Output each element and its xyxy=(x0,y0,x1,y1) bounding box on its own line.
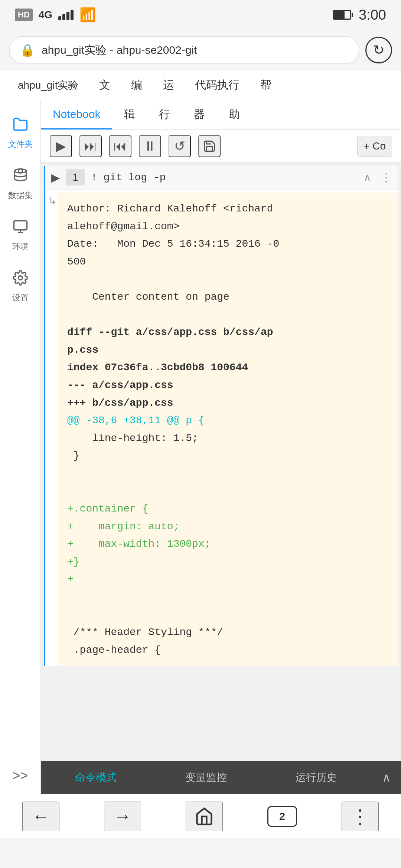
bottom-tab-variables[interactable]: 变量监控 xyxy=(151,761,261,794)
nav-back-button[interactable]: ← xyxy=(22,802,59,831)
cell-controls: ∧ ⋮ xyxy=(363,170,392,184)
output-line-2: alehoff@gmail.com> xyxy=(67,218,389,236)
output-line-13: @@ -38,6 +38,11 @@ p { xyxy=(67,412,389,430)
nav-bar: ← → 2 ⋮ xyxy=(0,794,401,838)
sidebar-label-files: 文件夹 xyxy=(8,139,33,150)
sidebar-item-env[interactable]: 环境 xyxy=(0,210,40,261)
output-line-8: diff --git a/css/app.css b/css/ap xyxy=(67,323,389,341)
env-icon xyxy=(13,219,28,238)
signal-bar-2 xyxy=(62,14,65,20)
save-button[interactable] xyxy=(198,135,221,157)
output-area: Author: Richard Kalehoff <richard alehof… xyxy=(58,193,398,666)
cell-code-preview: ! git log -p xyxy=(91,172,358,183)
tab-kernel[interactable]: 器 xyxy=(182,100,217,129)
bottom-tab-history[interactable]: 运行历史 xyxy=(261,761,371,794)
battery-fill xyxy=(334,11,345,19)
folder-icon xyxy=(13,116,28,136)
interrupt-button[interactable]: ⏸ xyxy=(139,135,161,157)
menu-item-yun[interactable]: 运 xyxy=(153,70,185,100)
cell-container[interactable]: ▶ 1 ! git log -p ∧ ⋮ ↳ Author: Richard xyxy=(41,162,401,761)
output-line-25: /*** Header Styling ***/ xyxy=(67,624,389,641)
tab-edit[interactable]: 辑 xyxy=(112,100,147,129)
menu-item-title[interactable]: ahpu_git实验 xyxy=(7,70,89,100)
output-line-24 xyxy=(67,606,389,624)
toolbar: ▶ ⏭ ⏮ ⏸ ↺ + Co xyxy=(41,130,401,162)
output-arrow-row: ↳ Author: Richard Kalehoff <richard aleh… xyxy=(45,190,398,666)
output-line-19: + margin: auto; xyxy=(67,518,389,536)
output-line-3: Date: Mon Dec 5 16:34:15 2016 -0 xyxy=(67,235,389,253)
refresh-button[interactable]: ↻ xyxy=(365,37,392,63)
add-code-label: + Co xyxy=(363,140,386,152)
output-line-6: Center content on page xyxy=(67,288,389,306)
output-line-21: +} xyxy=(67,553,389,571)
menu-item-wen[interactable]: 文 xyxy=(89,70,121,100)
nav-forward-button[interactable]: → xyxy=(104,802,141,831)
output-line-22: + xyxy=(67,571,389,588)
output-line-16 xyxy=(67,465,389,483)
cell-number-1: 1 xyxy=(66,169,85,185)
menu-item-bian[interactable]: 编 xyxy=(121,70,153,100)
bottom-tab-command[interactable]: 命令模式 xyxy=(41,761,151,794)
menu-item-help[interactable]: 帮 xyxy=(250,70,282,100)
output-line-18: +.container { xyxy=(67,500,389,518)
tab-notebook[interactable]: Notebook xyxy=(41,100,112,129)
undo-button[interactable]: ↺ xyxy=(169,135,191,157)
status-left: HD 4G 📶 xyxy=(15,7,96,23)
notebook-panel: Notebook 辑 行 器 助 ▶ ⏭ ⏮ ⏸ ↺ xyxy=(41,100,401,794)
output-line-12: +++ b/css/app.css xyxy=(67,394,389,412)
sidebar-label-env: 环境 xyxy=(12,241,29,252)
status-right: 3:00 xyxy=(333,7,386,23)
cell-collapse-icon[interactable]: ∧ xyxy=(363,171,371,184)
output-line-14: line-height: 1.5; xyxy=(67,430,389,447)
add-code-button[interactable]: + Co xyxy=(357,136,392,157)
wifi-icon: 📶 xyxy=(79,7,96,23)
nav-more-button[interactable]: ⋮ xyxy=(342,802,379,831)
output-line-17 xyxy=(67,483,389,500)
svg-point-1 xyxy=(14,169,26,173)
sidebar-more-button[interactable]: >> xyxy=(0,757,40,794)
url-text: ahpu_git实验 - ahpu-se2002-git xyxy=(42,43,348,58)
output-line-26: .page-header { xyxy=(67,641,389,659)
battery-indicator xyxy=(333,10,351,20)
signal-bars xyxy=(58,10,74,20)
sidebar-item-dataset[interactable]: 数据集 xyxy=(0,159,40,210)
output-line-23 xyxy=(67,588,389,606)
signal-bar-4 xyxy=(71,10,74,20)
more-icon: >> xyxy=(12,768,28,783)
tab-run[interactable]: 行 xyxy=(147,100,182,129)
cell-run-icon[interactable]: ▶ xyxy=(51,171,60,184)
sidebar: 文件夹 数据集 环境 xyxy=(0,100,41,794)
nav-tabs-count[interactable]: 2 xyxy=(267,806,297,827)
cell-more-icon[interactable]: ⋮ xyxy=(380,170,392,184)
output-line-20: + max-width: 1300px; xyxy=(67,535,389,553)
output-line-1: Author: Richard Kalehoff <richard xyxy=(67,200,389,218)
nav-home-button[interactable] xyxy=(186,802,223,831)
tabs-count-label: 2 xyxy=(279,811,285,822)
run-button[interactable]: ▶ xyxy=(50,135,72,157)
output-line-7 xyxy=(67,306,389,324)
signal-bar-1 xyxy=(58,16,61,20)
restart-button[interactable]: ⏮ xyxy=(109,135,131,157)
output-line-15: } xyxy=(67,447,389,465)
svg-point-5 xyxy=(18,276,22,280)
sidebar-item-files[interactable]: 文件夹 xyxy=(0,108,40,159)
sidebar-label-settings: 设置 xyxy=(12,292,29,303)
code-cell-1: ▶ 1 ! git log -p ∧ ⋮ ↳ Author: Richard xyxy=(44,165,398,666)
menu-item-code-exec[interactable]: 代码执行 xyxy=(185,70,250,100)
run-all-button[interactable]: ⏭ xyxy=(79,135,102,157)
output-line-10: index 07c36fa..3cbd0b8 100644 xyxy=(67,359,389,377)
browser-bar: 🔒 ahpu_git实验 - ahpu-se2002-git ↻ xyxy=(0,30,401,70)
bottom-tab-expand-button[interactable]: ∧ xyxy=(371,761,401,794)
app-menu-bar: ahpu_git实验 文 编 运 代码执行 帮 xyxy=(0,70,401,100)
output-arrow-icon: ↳ xyxy=(48,193,57,207)
url-bar[interactable]: 🔒 ahpu_git实验 - ahpu-se2002-git xyxy=(9,36,359,64)
output-line-11: --- a/css/app.css xyxy=(67,377,389,394)
settings-icon xyxy=(13,270,28,289)
expand-icon: ∧ xyxy=(382,770,391,785)
tab-help[interactable]: 助 xyxy=(217,100,252,129)
signal-bar-3 xyxy=(66,12,69,20)
sidebar-item-settings[interactable]: 设置 xyxy=(0,261,40,312)
hd-badge: HD xyxy=(15,9,33,21)
main-content: 文件夹 数据集 环境 xyxy=(0,100,401,794)
bottom-tabs: 命令模式 变量监控 运行历史 ∧ xyxy=(41,761,401,794)
